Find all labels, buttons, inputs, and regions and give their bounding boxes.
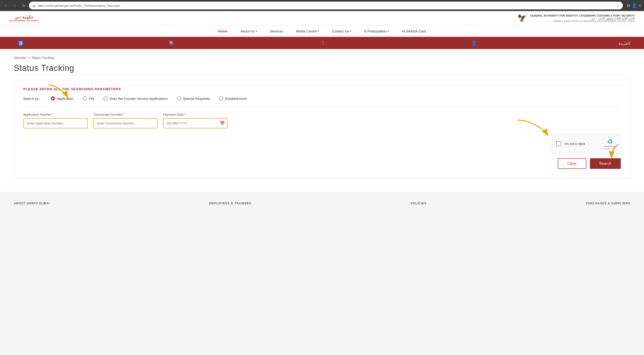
authority-subtitle: GENERAL DIRECTORATE OF RESIDENCY AND FOR… xyxy=(530,20,635,22)
user-icon[interactable]: 👤 xyxy=(467,40,481,46)
logo-area: حكومة دبي GOVERNMENT OF DUBAI xyxy=(9,14,39,22)
breadcrumb: Services > Status Tracking xyxy=(14,56,630,60)
search-by-label: Search by: xyxy=(23,97,40,100)
profile-button[interactable]: 👤 xyxy=(632,3,637,8)
forward-button[interactable]: → xyxy=(12,2,18,9)
refresh-button[interactable]: ↻ xyxy=(20,2,27,9)
recaptcha-brand: reCAPTCHA xyxy=(604,146,616,148)
action-row: Clear Search xyxy=(23,158,621,169)
gov-english-text: GOVERNMENT OF DUBAI xyxy=(9,20,39,22)
radio-establishment-circle xyxy=(219,96,223,100)
trans-number-label: Transaction Number * xyxy=(93,113,158,116)
form-fields-row: Application Number * Transaction Number … xyxy=(23,113,621,128)
nav-about-us[interactable]: About Us xyxy=(234,26,264,37)
footer: ABOUT GDRFA DUBAI EMPLOYEES & TRAINEES P… xyxy=(0,192,644,217)
arabic-language-toggle[interactable]: العربية xyxy=(618,41,630,46)
radio-file[interactable]: File xyxy=(83,96,94,100)
app-number-label: Application Number * xyxy=(23,113,88,116)
footer-col-policies: POLICIES xyxy=(411,202,427,208)
radio-file-circle xyxy=(83,96,87,100)
page-title: Status Tracking xyxy=(14,63,630,73)
site-header: حكومة دبي GOVERNMENT OF DUBAI 🦅 FEDERAL … xyxy=(0,11,644,26)
nav-contact-us[interactable]: Contact Us xyxy=(326,26,358,37)
radio-otc-label: Over the Counter Service Applications xyxy=(110,97,168,100)
footer-col-employees: EMPLOYEES & TRAINEES xyxy=(209,202,251,208)
radio-establishment-label: Establishment xyxy=(225,97,246,100)
menu-button[interactable]: ≡ xyxy=(639,3,641,8)
payment-date-wrapper: 📅 xyxy=(163,118,228,128)
footer-about-title: ABOUT GDRFA DUBAI xyxy=(14,202,50,205)
radio-otc[interactable]: Over the Counter Service Applications xyxy=(104,96,168,100)
url-text: https://smart.gdrfad.gov.ae/Public_Th/St… xyxy=(38,4,615,7)
bookmark-icon[interactable]: ☆ xyxy=(617,4,620,7)
recaptcha-terms[interactable]: Terms xyxy=(611,148,616,150)
nav-services[interactable]: Services xyxy=(264,26,290,37)
authority-arabic: الإدارة العامة للإقامة وشؤون الأجانب - د… xyxy=(530,17,635,20)
footer-policies-title: POLICIES xyxy=(411,202,427,205)
search-button[interactable]: Search xyxy=(590,158,621,169)
nav-media-centre[interactable]: Media Centre xyxy=(290,26,326,37)
captcha-checkbox[interactable] xyxy=(556,141,561,146)
authority-title: FEDERAL AUTHORITY FOR IDENTITY, CITIZENS… xyxy=(530,14,635,17)
radio-file-label: File xyxy=(89,97,94,100)
clear-button[interactable]: Clear xyxy=(558,158,586,169)
footer-col-purchases: PURCHASES & SUPPLIERS xyxy=(586,202,630,208)
breadcrumb-separator: > xyxy=(28,56,30,60)
recaptcha-icon: ♻ xyxy=(607,138,613,146)
main-nav: Home About Us Services Media Centre Cont… xyxy=(0,26,644,38)
icon-bar: ♿ 🔍 ❓ 👤 العربية xyxy=(0,38,644,49)
gov-arabic-text: حكومة دبي xyxy=(14,14,34,20)
lock-icon: 🔒 xyxy=(32,4,36,7)
captcha-area: I'm not a robot ♻ reCAPTCHA Privacy - Te… xyxy=(23,134,621,154)
radio-otc-circle xyxy=(104,96,108,100)
trans-number-input[interactable] xyxy=(93,118,158,128)
payment-date-field: Payment Date * 📅 xyxy=(163,113,228,128)
radio-application-circle xyxy=(51,96,55,100)
gov-logo: حكومة دبي GOVERNMENT OF DUBAI xyxy=(9,14,39,22)
recaptcha-links: Privacy - Terms xyxy=(604,148,616,150)
transaction-number-field: Transaction Number * xyxy=(93,113,158,128)
radio-special-circle xyxy=(177,96,181,100)
authority-logo-icon: 🦅 xyxy=(518,14,527,22)
nav-home[interactable]: Home xyxy=(212,26,234,37)
payment-date-label: Payment Date * xyxy=(163,113,228,116)
trans-number-required: * xyxy=(123,113,124,116)
recaptcha-privacy[interactable]: Privacy xyxy=(604,148,610,150)
nav-alsaada[interactable]: ALSAADA Card xyxy=(395,26,432,37)
accessibility-icon[interactable]: ♿ xyxy=(14,40,28,46)
radio-special-label: Special Requests xyxy=(183,97,210,100)
divider xyxy=(23,107,621,107)
calendar-icon[interactable]: 📅 xyxy=(220,121,225,126)
payment-date-input[interactable] xyxy=(163,118,228,128)
back-button[interactable]: ← xyxy=(3,2,9,9)
captcha-label: I'm not a robot xyxy=(564,142,600,146)
search-icon[interactable]: 🔍 xyxy=(165,40,179,46)
application-number-field: Application Number * xyxy=(23,113,88,128)
authority-area: 🦅 FEDERAL AUTHORITY FOR IDENTITY, CITIZE… xyxy=(518,14,635,22)
radio-establishment[interactable]: Establishment xyxy=(219,96,246,100)
search-panel-heading: PLEASE ENTER ALL THE SEARCHING PARAMETER… xyxy=(23,87,621,91)
footer-col-about: ABOUT GDRFA DUBAI xyxy=(14,202,50,208)
breadcrumb-services-link[interactable]: Services xyxy=(14,56,26,60)
captcha-box: I'm not a robot ♻ reCAPTCHA Privacy - Te… xyxy=(552,134,621,154)
address-bar[interactable]: 🔒 https://smart.gdrfad.gov.ae/Public_Th/… xyxy=(29,2,623,10)
captcha-logo: ♻ reCAPTCHA Privacy - Terms xyxy=(604,138,616,150)
app-number-input[interactable] xyxy=(23,118,88,128)
footer-columns: ABOUT GDRFA DUBAI EMPLOYEES & TRAINEES P… xyxy=(14,202,630,208)
browser-toolbar: ⧉ 👤 ≡ xyxy=(627,3,641,8)
footer-purchases-title: PURCHASES & SUPPLIERS xyxy=(586,202,630,205)
radio-application-label: Application xyxy=(57,97,74,100)
radio-application[interactable]: Application xyxy=(51,96,74,100)
content-area: Services > Status Tracking Status Tracki… xyxy=(0,49,644,192)
help-icon[interactable]: ❓ xyxy=(316,40,330,46)
radio-special[interactable]: Special Requests xyxy=(177,96,210,100)
payment-date-required: * xyxy=(184,113,186,116)
authority-text: FEDERAL AUTHORITY FOR IDENTITY, CITIZENS… xyxy=(530,14,635,22)
search-panel: PLEASE ENTER ALL THE SEARCHING PARAMETER… xyxy=(14,80,630,178)
footer-employees-title: EMPLOYEES & TRAINEES xyxy=(209,202,251,205)
app-number-required: * xyxy=(52,113,53,116)
search-by-row: Search by: Application xyxy=(23,96,621,100)
nav-e-participation[interactable]: E-Participation xyxy=(358,26,395,37)
extensions-button[interactable]: ⧉ xyxy=(627,3,630,8)
breadcrumb-current: Status Tracking xyxy=(32,56,54,60)
